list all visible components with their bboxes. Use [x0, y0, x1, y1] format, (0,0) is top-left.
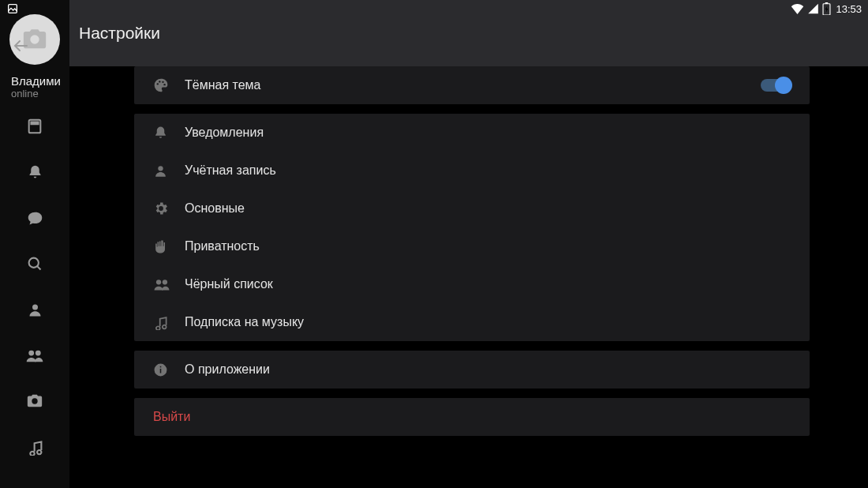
svg-rect-5 — [31, 122, 38, 125]
sidebar-item-messages[interactable] — [0, 208, 69, 227]
svg-point-3 — [30, 35, 39, 43]
sidebar-item-feed[interactable] — [0, 117, 69, 136]
svg-point-12 — [159, 81, 160, 82]
status-bar: 13:53 — [0, 0, 868, 17]
screenshot-indicator-icon — [6, 2, 19, 15]
sidebar: Владими online — [0, 0, 69, 488]
bell-icon — [153, 126, 177, 141]
back-button[interactable] — [11, 36, 30, 58]
svg-point-7 — [32, 304, 38, 310]
svg-rect-20 — [160, 366, 162, 367]
dark-theme-toggle[interactable] — [761, 79, 791, 92]
page-title: Настройки — [79, 24, 160, 43]
general-label: Основные — [185, 201, 245, 216]
svg-rect-2 — [825, 2, 829, 4]
wifi-icon — [791, 3, 804, 14]
group-logout: Выйти — [134, 398, 810, 436]
sidebar-item-music[interactable] — [0, 437, 69, 456]
cell-signal-icon — [807, 3, 819, 14]
svg-point-15 — [158, 166, 163, 171]
hand-icon — [153, 239, 177, 254]
svg-point-8 — [28, 350, 34, 355]
svg-rect-0 — [9, 5, 17, 13]
svg-point-16 — [156, 280, 161, 284]
group-icon — [153, 277, 177, 292]
sidebar-item-search[interactable] — [0, 254, 69, 273]
row-about[interactable]: О приложении — [134, 351, 810, 389]
account-label: Учётная запись — [185, 163, 276, 178]
row-dark-theme[interactable]: Тёмная тема — [134, 66, 810, 104]
sidebar-item-profile[interactable] — [0, 300, 69, 319]
sidebar-item-friends[interactable] — [0, 346, 69, 365]
svg-point-11 — [157, 83, 159, 84]
logout-label: Выйти — [153, 410, 190, 424]
row-music-sub[interactable]: Подписка на музыку — [134, 303, 810, 341]
group-about: О приложении — [134, 351, 810, 389]
gear-icon — [153, 201, 177, 216]
user-name: Владими — [0, 74, 69, 88]
svg-point-14 — [163, 84, 165, 85]
privacy-label: Приватность — [185, 239, 260, 253]
group-theme: Тёмная тема — [134, 66, 810, 104]
svg-point-17 — [163, 280, 167, 284]
svg-point-9 — [36, 350, 41, 355]
row-general[interactable]: Основные — [134, 190, 810, 227]
row-privacy[interactable]: Приватность — [134, 227, 810, 265]
music-icon — [153, 315, 177, 330]
music-sub-label: Подписка на музыку — [185, 315, 304, 329]
status-time: 13:53 — [836, 3, 862, 15]
row-blacklist[interactable]: Чёрный список — [134, 265, 810, 303]
user-status: online — [0, 88, 69, 99]
svg-rect-19 — [160, 368, 162, 373]
row-logout[interactable]: Выйти — [134, 398, 810, 436]
sidebar-item-photos[interactable] — [0, 392, 69, 411]
svg-point-13 — [162, 81, 163, 83]
svg-point-6 — [28, 257, 38, 267]
palette-icon — [153, 77, 177, 93]
person-icon — [153, 163, 177, 178]
dark-theme-label: Тёмная тема — [185, 78, 260, 92]
row-account[interactable]: Учётная запись — [134, 152, 810, 190]
group-main: Уведомления Учётная запись Основные Прив… — [134, 114, 810, 341]
notifications-label: Уведомления — [185, 126, 264, 140]
about-label: О приложении — [185, 362, 270, 377]
svg-point-10 — [32, 398, 37, 404]
battery-charging-icon — [822, 2, 831, 15]
info-icon — [153, 362, 177, 377]
blacklist-label: Чёрный список — [185, 277, 273, 291]
sidebar-item-notifications[interactable] — [0, 163, 69, 182]
row-notifications[interactable]: Уведомления — [134, 114, 810, 152]
settings-content: Тёмная тема Уведомления Учётная запись О… — [134, 66, 810, 488]
